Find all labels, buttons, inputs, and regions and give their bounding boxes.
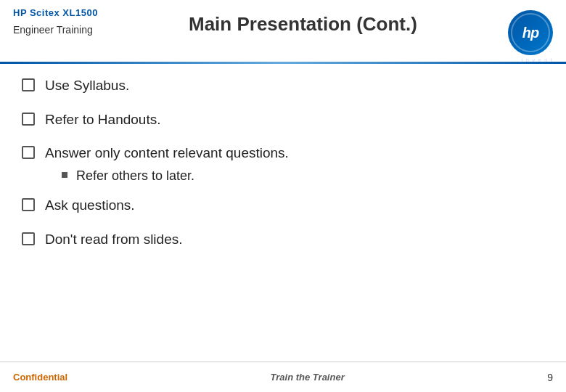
- bullet-group-3: Answer only content relevant questions. …: [22, 144, 544, 184]
- bullet-item-3: Answer only content relevant questions.: [22, 144, 544, 163]
- footer-page-number: 9: [547, 372, 553, 383]
- footer-confidential: Confidential: [13, 372, 67, 383]
- engineer-training-label: Engineer Training: [13, 24, 98, 36]
- bullet-item-1: Use Syllabus.: [22, 77, 544, 95]
- footer-center-text: Train the Trainer: [271, 372, 345, 383]
- hp-circle-inner: hp: [511, 13, 550, 52]
- checkbox-icon-4: [22, 198, 35, 211]
- header-left: HP Scitex XL1500 Engineer Training: [13, 7, 98, 36]
- header: HP Scitex XL1500 Engineer Training Main …: [0, 0, 566, 62]
- header-right: hp i n v e n t: [508, 7, 553, 63]
- bullet-item-4: Ask questions.: [22, 197, 544, 215]
- bullet-item-5: Don't read from slides.: [22, 231, 544, 249]
- hp-scitex-logo: HP Scitex XL1500: [13, 7, 98, 18]
- content-area: Use Syllabus. Refer to Handouts. Answer …: [0, 64, 566, 271]
- bullet-text-1: Use Syllabus.: [45, 77, 129, 95]
- bullet-text-3: Answer only content relevant questions.: [45, 144, 289, 163]
- checkbox-icon-3: [22, 146, 35, 159]
- checkbox-icon-2: [22, 113, 35, 126]
- header-center: Main Presentation (Cont.): [98, 7, 508, 36]
- checkbox-icon-5: [22, 232, 35, 245]
- invent-text: i n v e n t: [508, 57, 553, 63]
- bullet-text-5: Don't read from slides.: [45, 231, 182, 249]
- hp-logo-area: HP Scitex XL1500: [13, 7, 98, 18]
- logo-text: HP Scitex XL1500: [13, 7, 98, 18]
- main-title: Main Presentation (Cont.): [98, 13, 508, 36]
- sub-bullet-text-3: Refer others to later.: [76, 168, 194, 184]
- sub-bullet-item-3: Refer others to later.: [22, 168, 544, 184]
- sub-bullet-icon-3: [62, 172, 67, 178]
- hp-circle-logo: hp: [508, 10, 553, 55]
- hp-circle-text: hp: [522, 25, 538, 41]
- bullet-text-2: Refer to Handouts.: [45, 111, 160, 129]
- checkbox-icon-1: [22, 78, 35, 91]
- bullet-text-4: Ask questions.: [45, 197, 135, 215]
- bullet-item-2: Refer to Handouts.: [22, 111, 544, 129]
- footer: Confidential Train the Trainer 9: [0, 362, 566, 392]
